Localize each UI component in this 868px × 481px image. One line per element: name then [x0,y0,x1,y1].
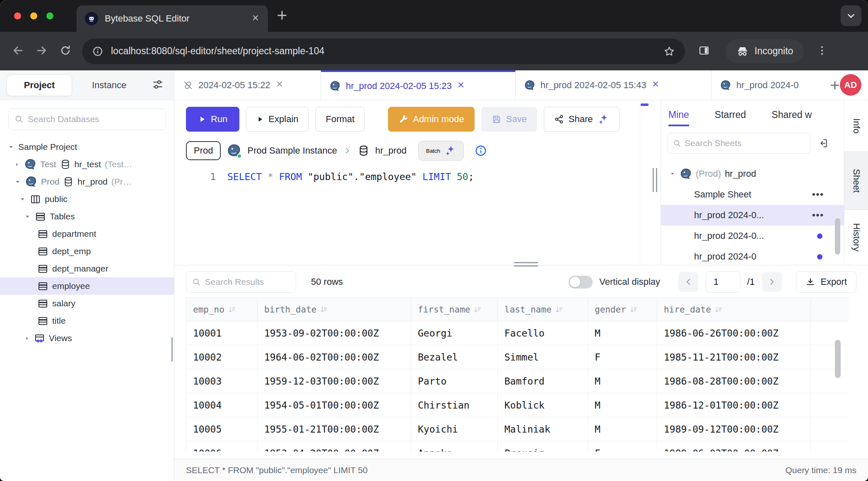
tab-instance[interactable]: Instance [92,80,126,91]
tab-search-button[interactable] [841,5,861,26]
worksheet-tab-4[interactable]: hr_prod 2024-0 [711,70,823,100]
panel-resize-handle-horizontal[interactable] [514,262,538,269]
browser-menu-icon[interactable] [816,45,828,58]
database-search-input[interactable] [28,114,160,124]
caret-down-icon[interactable] [14,178,21,185]
sheet-item-unsaved[interactable]: hr_prod 2024-0... [661,226,844,246]
sort-icon[interactable] [555,305,564,314]
close-tab-icon[interactable] [251,14,260,24]
table-cell[interactable]: Chirstian [411,393,498,417]
explain-button[interactable]: Explain [246,107,309,132]
tree-item-table-dept-emp[interactable]: dept_emp [0,243,174,260]
caret-right-icon[interactable] [24,335,30,342]
caret-down-icon[interactable] [669,171,676,177]
tab-sheet[interactable]: Sheet [844,152,868,210]
table-cell[interactable]: Koblick [498,393,588,417]
sheet-list-scrollbar[interactable] [835,218,840,255]
tab-project[interactable]: Project [7,75,72,96]
tree-item-table-title[interactable]: title [0,312,174,329]
table-cell[interactable]: M [588,393,657,417]
sql-code-area[interactable]: 1 SELECT * FROM "public"."employee" LIMI… [174,171,650,182]
sheet-search[interactable] [668,133,810,154]
sheet-item-sample[interactable]: Sample Sheet ••• [661,184,844,205]
caret-right-icon[interactable] [14,161,20,168]
table-cell[interactable]: 1959-12-03T00:00:00Z [258,369,411,393]
table-cell[interactable]: 1985-11-21T00:00:00Z [657,345,811,369]
sheet-item-partial-top[interactable]: hr_prod 2024-0... [661,158,844,164]
table-cell[interactable]: M [588,417,657,441]
tree-item-tables[interactable]: Tables [0,208,174,225]
sort-icon[interactable] [714,305,723,314]
table-cell[interactable]: 10005 [186,417,258,441]
tree-item-hr-test[interactable]: Test hr_test (Test… [0,156,174,173]
caret-down-icon[interactable] [24,213,31,220]
table-cell[interactable]: 10001 [186,321,258,345]
sheet-group-hr-prod[interactable]: (Prod) hr_prod [661,164,844,184]
browser-tab[interactable]: Bytebase SQL Editor [77,5,268,32]
caret-down-icon[interactable] [19,196,26,203]
user-avatar[interactable]: AD [840,74,861,96]
new-tab-button[interactable] [276,9,288,23]
results-scrollbar[interactable] [835,340,841,378]
table-cell[interactable]: 1954-05-01T00:00:00Z [258,393,411,417]
table-cell[interactable]: Preusig [498,441,588,452]
sheet-item-selected[interactable]: hr_prod 2024-0... ••• [661,205,844,226]
close-worksheet-icon[interactable] [275,80,284,91]
table-cell[interactable]: Georgi [411,321,498,345]
table-cell[interactable]: 1986-06-26T00:00:00Z [657,321,811,345]
sort-icon[interactable] [473,305,482,314]
share-button[interactable]: Share [544,107,620,132]
database-name[interactable]: hr_prod [375,145,407,156]
sort-icon[interactable] [228,305,236,314]
table-cell[interactable]: 10002 [186,345,258,369]
format-button[interactable]: Format [316,107,365,132]
column-header-birth-date[interactable]: birth_date [258,298,411,321]
instance-name[interactable]: Prod Sample Instance [247,145,337,156]
more-actions-icon[interactable]: ••• [812,210,824,221]
table-cell[interactable]: 10004 [186,393,258,417]
bookmark-star-icon[interactable] [663,46,675,57]
table-cell[interactable]: M [588,321,657,345]
worksheet-tab-1[interactable]: 2024-02-05 15:22 [174,70,321,100]
table-cell[interactable]: 1953-09-02T00:00:00Z [258,321,411,345]
save-button[interactable]: Save [481,107,537,132]
caret-down-icon[interactable] [7,144,14,151]
sort-icon[interactable] [320,305,328,314]
column-header-last-name[interactable]: last_name [498,298,588,321]
filter-settings-icon[interactable] [152,78,164,92]
sheet-search-input[interactable] [685,138,805,148]
column-header-gender[interactable]: gender [588,298,657,321]
export-button[interactable]: Export [796,271,856,293]
close-worksheet-icon[interactable] [457,81,465,91]
tree-item-table-employee[interactable]: employee [0,277,174,295]
table-cell[interactable]: M [588,369,657,393]
tree-item-views[interactable]: Views [0,329,174,347]
table-cell[interactable]: F [588,345,657,369]
table-cell[interactable]: 10006 [186,441,258,452]
column-header-first-name[interactable]: first_name [411,298,498,321]
table-cell[interactable]: Simmel [498,345,588,369]
table-cell[interactable]: Kyoichi [411,417,498,441]
table-cell[interactable]: 1964-06-02T00:00:00Z [258,345,411,369]
close-window-button[interactable] [14,12,21,19]
new-worksheet-button[interactable] [829,70,841,100]
close-worksheet-icon[interactable] [651,80,660,91]
tree-item-table-salary[interactable]: salary [0,295,174,312]
table-cell[interactable]: 1986-08-28T00:00:00Z [657,369,811,393]
results-search[interactable] [186,271,296,293]
panel-resize-handle-vertical[interactable] [653,168,657,192]
table-cell[interactable]: Anneke [411,441,498,452]
results-search-input[interactable] [205,277,290,287]
table-cell[interactable]: 10003 [186,369,258,393]
table-cell[interactable]: 1989-09-12T00:00:00Z [657,417,811,441]
editor-minimap[interactable] [640,100,649,263]
more-actions-icon[interactable]: ••• [812,189,824,200]
tree-item-table-dept-manager[interactable]: dept_manager [0,260,174,277]
prev-page-button[interactable] [678,272,698,292]
batch-button[interactable]: Batch [418,141,464,161]
worksheet-tab-2-active[interactable]: hr_prod 2024-02-05 15:23 [321,70,516,100]
reload-button[interactable] [60,45,71,58]
site-info-icon[interactable] [92,46,104,57]
database-search[interactable] [8,108,166,130]
info-icon[interactable] [475,144,487,157]
